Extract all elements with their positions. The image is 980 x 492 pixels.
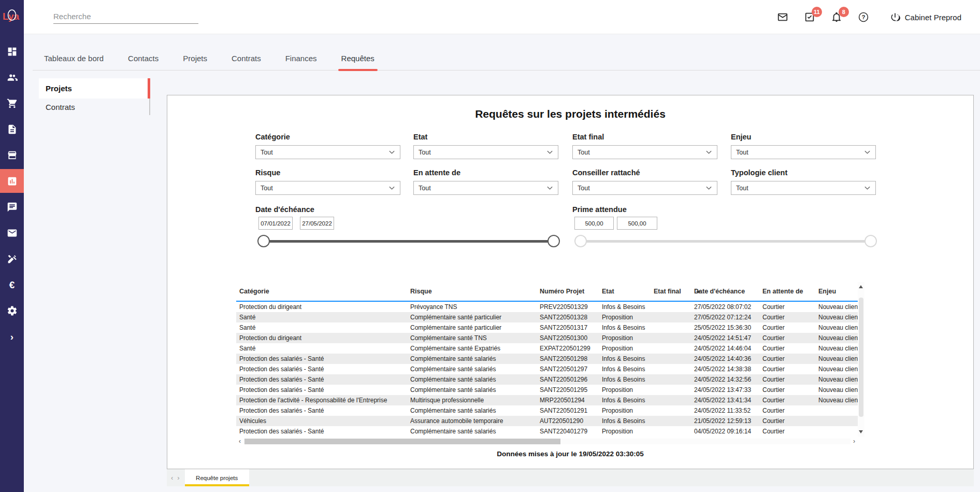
tasks-button[interactable]: 11 <box>803 10 816 24</box>
prime-slider-handle-max[interactable] <box>864 235 877 247</box>
date-slider-handle-max[interactable] <box>547 235 560 247</box>
tab-finances[interactable]: Finances <box>285 54 317 70</box>
table-row[interactable]: Protection du dirigeantComplémentaire sa… <box>236 333 858 343</box>
filter-dropdown-etat-final[interactable]: Tout <box>572 145 717 159</box>
sidebar-item-messages[interactable] <box>0 195 24 219</box>
table-row[interactable]: Protection des salariés - SantéComplémen… <box>236 354 858 364</box>
report-page-tab[interactable]: Requête projets <box>185 469 249 486</box>
table-cell: 24/05/2022 14:51:47 <box>691 334 759 342</box>
table-cell: SANT220501295 <box>537 386 599 393</box>
filter-dropdown-enjeu[interactable]: Tout <box>731 145 876 159</box>
table-row[interactable]: Protection du dirigeantPrévoyance TNSPRE… <box>236 302 858 312</box>
table-row[interactable]: SantéComplémentaire santé ExpatriésEXPAT… <box>236 343 858 354</box>
table-cell: Santé <box>236 314 407 321</box>
sidebar-item-contacts[interactable] <box>0 65 24 89</box>
account-button[interactable]: Cabinet Preprod <box>890 12 961 22</box>
table-cell: Proposition <box>599 407 651 414</box>
table-row[interactable]: Protection des salariés - SantéComplémen… <box>236 374 858 385</box>
scroll-right-arrow[interactable]: › <box>851 438 858 445</box>
filter-dropdown-categorie[interactable]: Tout <box>255 145 400 159</box>
filter-dropdown-en-attente-de[interactable]: Tout <box>413 181 558 195</box>
sidebar: Lya € › <box>0 0 24 492</box>
tab-requetes[interactable]: Requêtes <box>341 54 374 70</box>
sidebar-item-documents[interactable] <box>0 117 24 141</box>
sidebar-item-sales[interactable] <box>0 91 24 115</box>
tab-projets[interactable]: Projets <box>183 54 207 70</box>
table-cell: Infos & Besoins <box>599 366 651 373</box>
vertical-scroll-thumb[interactable] <box>859 298 863 417</box>
prime-to-input[interactable]: 500,00 <box>617 217 657 230</box>
help-button[interactable]: ? <box>857 10 870 24</box>
account-name: Cabinet Preprod <box>905 13 961 22</box>
table-cell: Nouveau client <box>815 303 858 311</box>
help-icon: ? <box>858 11 869 23</box>
column-header-numero-projet[interactable]: Numéro Projet <box>537 288 599 295</box>
table-horizontal-scrollbar: ‹ › <box>236 438 858 445</box>
table-row[interactable]: Protection de l'activité - Responsabilit… <box>236 395 858 405</box>
table-cell: Complémentaire santé salariés <box>407 428 537 435</box>
table-cell: Complémentaire santé salariés <box>407 407 537 414</box>
filter-value: Tout <box>261 185 273 192</box>
prime-from-input[interactable]: 500,00 <box>574 217 614 230</box>
table-cell: SANT220501298 <box>537 355 599 362</box>
horizontal-scroll-thumb[interactable] <box>244 439 560 444</box>
date-slider-handle-min[interactable] <box>257 235 270 247</box>
sidebar-item-dashboard[interactable] <box>0 39 24 63</box>
pagebar-arrows: ‹ › <box>167 469 185 486</box>
filter-dropdown-conseiller-rattache[interactable]: Tout <box>572 181 717 195</box>
tab-contacts[interactable]: Contacts <box>128 54 158 70</box>
table-cell: Protection du dirigeant <box>236 334 407 342</box>
filter-label-conseiller-rattache: Conseiller rattaché <box>572 168 640 177</box>
sidebar-item-settings[interactable] <box>0 299 24 322</box>
sidebar-item-expand[interactable]: › <box>0 325 24 348</box>
table-row[interactable]: Protection des salariés - SantéComplémen… <box>236 405 858 416</box>
sidebar-item-reports[interactable] <box>0 169 24 193</box>
table-row[interactable]: Protection des salariés - SantéComplémen… <box>236 385 858 395</box>
table-row[interactable]: SantéComplémentaire santé particulierSAN… <box>236 322 858 333</box>
column-header-categorie[interactable]: Catégorie <box>236 288 407 295</box>
messages-button[interactable] <box>776 10 789 24</box>
table-cell: Nouveau client <box>815 334 858 342</box>
chevron-right-icon: › <box>10 332 13 342</box>
filter-dropdown-risque[interactable]: Tout <box>255 181 400 195</box>
date-to-input[interactable]: 27/05/2022 <box>300 217 334 230</box>
date-from-input[interactable]: 07/01/2022 <box>258 217 293 230</box>
app-logo[interactable]: Lya <box>0 0 24 32</box>
scroll-down-arrow[interactable] <box>859 430 863 433</box>
page-prev-arrow[interactable]: ‹ <box>171 474 173 482</box>
filter-dropdown-etat[interactable]: Tout <box>413 145 558 159</box>
table-cell: Nouveau client <box>815 355 858 362</box>
table-cell: Courtier <box>759 334 815 342</box>
column-header-etat[interactable]: Etat <box>599 288 651 295</box>
table-row[interactable]: Protection des salariés - SantéComplémen… <box>236 426 858 437</box>
sidebar-item-mail[interactable] <box>0 221 24 245</box>
column-header-enjeu[interactable]: Enjeu <box>815 288 858 295</box>
sidebar-item-tools[interactable] <box>0 247 24 271</box>
scroll-up-arrow[interactable] <box>859 285 863 288</box>
euro-icon: € <box>9 280 15 290</box>
prime-slider-handle-min[interactable] <box>574 235 587 247</box>
tab-contrats[interactable]: Contrats <box>232 54 261 70</box>
column-header-date-d-echeance[interactable]: Date d'échéance <box>691 288 759 295</box>
sidebar-item-marketplace[interactable] <box>0 143 24 167</box>
tab-tableaux-de-bord[interactable]: Tableaux de bord <box>44 54 104 70</box>
subnav-item-contrats[interactable]: Contrats <box>39 99 150 115</box>
scroll-left-arrow[interactable]: ‹ <box>236 438 243 445</box>
table-cell: Infos & Besoins <box>599 376 651 383</box>
filter-dropdown-typologie-client[interactable]: Tout <box>731 181 876 195</box>
table-cell: SANT220401279 <box>537 428 599 435</box>
column-header-etat-final[interactable]: Etat final <box>651 288 691 295</box>
column-header-en-attente-de[interactable]: En attente de <box>759 288 815 295</box>
column-header-risque[interactable]: Risque <box>407 288 537 295</box>
table-cell: Infos & Besoins <box>599 397 651 404</box>
mail-icon <box>7 228 18 238</box>
page-next-arrow[interactable]: › <box>177 474 179 482</box>
subnav-item-projets[interactable]: Projets <box>39 78 150 99</box>
notifications-button[interactable]: 8 <box>830 10 843 24</box>
table-row[interactable]: SantéComplémentaire santé particulierSAN… <box>236 312 858 322</box>
search-input[interactable] <box>53 9 198 24</box>
sidebar-item-finance[interactable]: € <box>0 273 24 297</box>
table-row[interactable]: Protection des salariés - SantéComplémen… <box>236 364 858 374</box>
table-row[interactable]: VéhiculesAssurance automobile temporaire… <box>236 416 858 426</box>
table-vertical-scrollbar <box>858 282 864 437</box>
